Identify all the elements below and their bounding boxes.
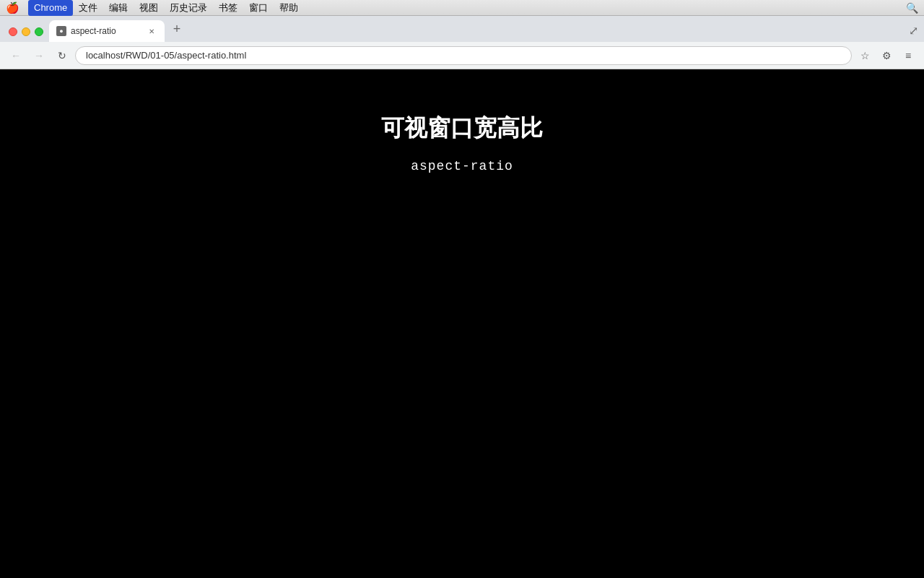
- new-tab-button[interactable]: +: [167, 19, 186, 39]
- tab-bar: ● aspect-ratio ✕ + ⤢: [0, 16, 924, 42]
- reload-button[interactable]: ↻: [52, 46, 72, 66]
- tab-favicon-icon: ●: [56, 26, 66, 36]
- macos-menubar: 🍎 Chrome 文件 编辑 视图 历史记录 书签 窗口 帮助 🔍: [0, 0, 924, 16]
- tab-title: aspect-ratio: [71, 26, 141, 36]
- page-main-title: 可视窗口宽高比: [381, 113, 543, 144]
- menu-file[interactable]: 文件: [73, 0, 103, 16]
- chrome-window: ● aspect-ratio ✕ + ⤢ ← → ↻ localhost/RWD…: [0, 16, 924, 578]
- minimize-button[interactable]: [22, 27, 30, 36]
- menu-chrome[interactable]: Chrome: [28, 0, 73, 16]
- menu-edit[interactable]: 编辑: [103, 0, 134, 16]
- menu-view[interactable]: 视图: [134, 0, 164, 16]
- window-controls: [3, 27, 49, 42]
- menu-help[interactable]: 帮助: [274, 0, 304, 16]
- menu-bookmarks[interactable]: 书签: [213, 0, 243, 16]
- address-bar: ← → ↻ localhost/RWD/01-05/aspect-ratio.h…: [0, 42, 924, 69]
- active-tab[interactable]: ● aspect-ratio ✕: [49, 20, 165, 42]
- menu-history[interactable]: 历史记录: [164, 0, 213, 16]
- bookmark-star-button[interactable]: ☆: [855, 46, 875, 66]
- back-button[interactable]: ←: [6, 46, 26, 66]
- forward-button[interactable]: →: [29, 46, 49, 66]
- close-button[interactable]: [9, 27, 17, 36]
- toolbar-icons: ☆ ⚙ ≡: [855, 46, 918, 66]
- tab-close-button[interactable]: ✕: [146, 25, 157, 37]
- url-bar[interactable]: localhost/RWD/01-05/aspect-ratio.html: [75, 46, 852, 65]
- page-content: 可视窗口宽高比 aspect-ratio: [0, 69, 924, 578]
- page-subtitle: aspect-ratio: [411, 159, 513, 173]
- menu-window[interactable]: 窗口: [243, 0, 274, 16]
- url-text: localhost/RWD/01-05/aspect-ratio.html: [86, 50, 844, 61]
- spotlight-search-icon[interactable]: 🔍: [906, 2, 918, 14]
- chrome-menu-button[interactable]: ≡: [898, 46, 918, 66]
- fullscreen-button[interactable]: ⤢: [909, 24, 918, 38]
- chrome-settings-button[interactable]: ⚙: [876, 46, 897, 66]
- maximize-button[interactable]: [35, 27, 43, 36]
- apple-logo-icon[interactable]: 🍎: [6, 1, 19, 14]
